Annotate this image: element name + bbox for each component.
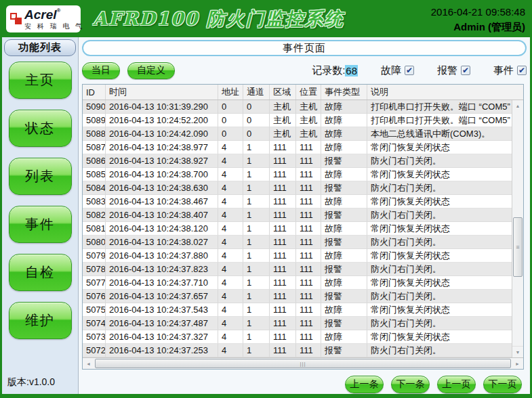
column-header-area[interactable]: 区域 <box>270 85 296 100</box>
table-row[interactable]: 50782016-04-13 10:24:37.82341111111报警防火门… <box>83 263 512 276</box>
table-row[interactable]: 50832016-04-13 10:24:38.46741111111故障常闭门… <box>83 195 512 208</box>
cell-area: 主机 <box>270 127 296 141</box>
sidebar-item-4[interactable]: 自检 <box>9 254 72 291</box>
column-header-time[interactable]: 时间 <box>106 85 218 100</box>
cell-addr: 0 <box>218 100 243 114</box>
prev-page-button[interactable]: 上一页 <box>437 376 476 393</box>
cell-area: 111 <box>270 317 296 330</box>
cell-type: 故障 <box>321 249 367 263</box>
table-row[interactable]: 50862016-04-13 10:24:38.92741111111报警防火门… <box>83 154 512 168</box>
table-row[interactable]: 50762016-04-13 10:24:37.65741111111报警防火门… <box>83 290 512 303</box>
today-button[interactable]: 当日 <box>82 62 120 79</box>
cell-pos: 111 <box>296 208 321 222</box>
record-count-value[interactable]: 68 <box>345 65 358 76</box>
cell-desc: 打印机串口打开失败。端口 “COM5” <box>367 114 512 127</box>
cell-time: 2016-04-13 10:24:37.657 <box>106 290 218 303</box>
filter-checkbox-group-1: 报警✔ <box>437 64 470 77</box>
next-page-button[interactable]: 下一页 <box>483 376 522 393</box>
cell-area: 111 <box>270 290 296 303</box>
table-row[interactable]: 50822016-04-13 10:24:38.40741111111报警防火门… <box>83 208 512 222</box>
horizontal-scrollbar-thumb[interactable]: ||| <box>95 359 511 368</box>
cell-pos: 111 <box>296 154 321 168</box>
scroll-right-icon[interactable]: ► <box>512 358 523 369</box>
table-row[interactable]: 50842016-04-13 10:24:38.63041111111报警防火门… <box>83 181 512 195</box>
checkbox-icon[interactable]: ✔ <box>405 66 414 75</box>
checkbox-icon[interactable]: ✔ <box>517 66 527 75</box>
column-header-pos[interactable]: 位置 <box>296 85 321 100</box>
sidebar-item-1[interactable]: 状态 <box>9 110 72 147</box>
column-header-channel[interactable]: 通道 <box>243 85 270 100</box>
cell-pos: 111 <box>296 249 321 263</box>
table-row[interactable]: 50752016-04-13 10:24:37.54341111111故障常闭门… <box>83 303 512 317</box>
cell-area: 111 <box>270 181 296 195</box>
cell-channel: 1 <box>243 222 270 236</box>
checkbox-label: 故障 <box>381 64 401 77</box>
sidebar-item-5[interactable]: 维护 <box>9 302 72 339</box>
custom-range-button[interactable]: 自定义 <box>127 62 175 79</box>
cell-pos: 111 <box>296 317 321 330</box>
table-row[interactable]: 50882016-04-13 10:24:42.09000主机主机故障本地二总线… <box>83 127 512 141</box>
table-row[interactable]: 50902016-04-13 10:31:39.29000主机主机故障打印机串口… <box>83 100 512 114</box>
cell-desc: 常闭门恢复关闭状态 <box>367 222 512 236</box>
column-header-desc[interactable]: 说明 <box>367 85 523 100</box>
cell-area: 111 <box>270 263 296 276</box>
table-row[interactable]: 50792016-04-13 10:24:37.88041111111故障常闭门… <box>83 249 512 263</box>
table-row[interactable]: 50802016-04-13 10:24:38.02741111111报警防火门… <box>83 236 512 249</box>
sidebar-item-3[interactable]: 事件 <box>9 206 72 243</box>
cell-addr: 4 <box>218 141 243 154</box>
cell-type: 报警 <box>321 208 367 222</box>
sidebar-item-0[interactable]: 主页 <box>9 62 72 99</box>
cell-addr: 4 <box>218 208 243 222</box>
cell-area: 111 <box>270 303 296 317</box>
cell-pos: 111 <box>296 303 321 317</box>
vertical-scrollbar-thumb[interactable]: ≡ <box>513 217 523 277</box>
cell-id: 5086 <box>83 154 106 168</box>
scroll-up-icon[interactable]: ▲ <box>512 100 523 112</box>
cell-pos: 111 <box>296 290 321 303</box>
vertical-scrollbar[interactable]: ▲ ≡ ▼ <box>512 100 523 357</box>
horizontal-scrollbar[interactable]: ◄ ||| ► <box>83 357 523 369</box>
cell-addr: 4 <box>218 168 243 181</box>
cell-channel: 1 <box>243 195 270 208</box>
checkbox-label: 报警 <box>437 64 457 77</box>
cell-desc: 防火门右门关闭。 <box>367 181 512 195</box>
cell-area: 111 <box>270 222 296 236</box>
cell-type: 故障 <box>321 303 367 317</box>
checkbox-icon[interactable]: ✔ <box>461 66 470 75</box>
current-user-label: Admin (管理员) <box>431 20 525 35</box>
cell-pos: 111 <box>296 236 321 249</box>
prev-item-button[interactable]: 上一条 <box>345 376 384 393</box>
table-row[interactable]: 50772016-04-13 10:24:37.71041111111故障常闭门… <box>83 276 512 290</box>
window-bottom-edge <box>0 394 532 398</box>
table-row[interactable]: 50742016-04-13 10:24:37.48741111111报警防火门… <box>83 317 512 330</box>
scroll-left-icon[interactable]: ◄ <box>83 358 94 369</box>
table-row[interactable]: 50812016-04-13 10:24:38.12041111111故障常闭门… <box>83 222 512 236</box>
cell-time: 2016-04-13 10:31:39.290 <box>106 100 218 114</box>
cell-addr: 4 <box>218 195 243 208</box>
cell-pos: 主机 <box>296 100 321 114</box>
cell-area: 111 <box>270 276 296 290</box>
cell-pos: 主机 <box>296 114 321 127</box>
table-row[interactable]: 50732016-04-13 10:24:37.32741111111故障常闭门… <box>83 330 512 344</box>
table-row[interactable]: 50722016-04-13 10:24:37.25341111111报警防火门… <box>83 344 512 357</box>
cell-time: 2016-04-13 10:24:37.710 <box>106 276 218 290</box>
cell-type: 报警 <box>321 290 367 303</box>
cell-area: 主机 <box>270 100 296 114</box>
scroll-down-icon[interactable]: ▼ <box>512 346 523 357</box>
sidebar-item-2[interactable]: 列表 <box>9 158 72 195</box>
cell-desc: 常闭门恢复关闭状态 <box>367 141 512 154</box>
cell-pos: 111 <box>296 181 321 195</box>
column-header-id[interactable]: ID <box>83 85 106 100</box>
cell-area: 111 <box>270 195 296 208</box>
cell-channel: 1 <box>243 317 270 330</box>
table-row[interactable]: 50892016-04-13 10:24:52.20000主机主机故障打印机串口… <box>83 114 512 127</box>
column-header-type[interactable]: 事件类型 <box>321 85 367 100</box>
table-row[interactable]: 50852016-04-13 10:24:38.70041111111故障常闭门… <box>83 168 512 181</box>
cell-id: 5089 <box>83 114 106 127</box>
cell-pos: 111 <box>296 195 321 208</box>
next-item-button[interactable]: 下一条 <box>391 376 430 393</box>
table-row[interactable]: 50872016-04-13 10:24:38.97741111111故障常闭门… <box>83 141 512 154</box>
column-header-addr[interactable]: 地址 <box>218 85 243 100</box>
cell-type: 故障 <box>321 127 367 141</box>
app-window: Acrel® 安 科 瑞 电 气 AFRD100 防火门监控系统 2016-04… <box>0 0 532 398</box>
